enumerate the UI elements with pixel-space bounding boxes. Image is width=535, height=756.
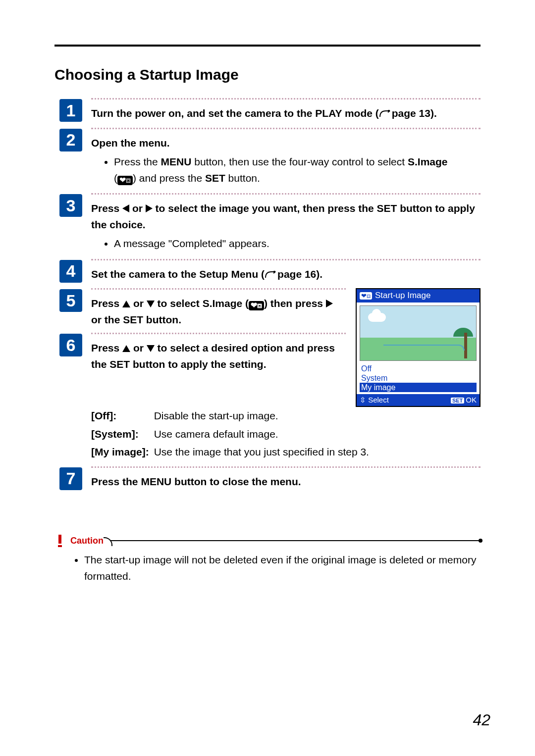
t: or	[133, 298, 147, 309]
caution-bullet: The start-up image will not be deleted e…	[84, 552, 481, 584]
caution-block: Caution The start-up image will not be d…	[54, 535, 481, 584]
step-number: 3	[59, 194, 82, 217]
step-6: 6 Press or to select a desired option an…	[59, 333, 346, 372]
step-body: Open the menu. Press the MENU button, th…	[91, 128, 481, 189]
def-key-myimage: [My image]:	[91, 443, 154, 461]
caution-text: The start-up image will not be deleted e…	[54, 552, 481, 584]
table-row: [System]: Use camera default image.	[91, 425, 374, 444]
cloud-icon	[368, 313, 386, 322]
step-body: Turn the power on, and set the camera to…	[91, 98, 481, 123]
t: page 16).	[277, 268, 322, 280]
t: ) then press	[264, 298, 326, 309]
step1-text-a: Turn the power on, and set the camera to…	[91, 107, 379, 119]
set-chip: SET	[451, 398, 464, 403]
step-3: 3 Press or to select the image you want,…	[59, 193, 481, 254]
heart-camera-icon: ❤︎︎⧈	[117, 176, 133, 185]
lcd-title-bar: ❤︎︎⧈ Start-up Image	[357, 289, 480, 302]
step-number: 7	[59, 467, 82, 490]
step-1: 1 Turn the power on, and set the camera …	[59, 98, 481, 123]
divider	[91, 466, 481, 468]
divider	[91, 193, 481, 195]
table-row: [My image]: Use the image that you just …	[91, 443, 374, 461]
step-body: Press or to select the image you want, t…	[91, 193, 481, 254]
content: Choosing a Startup Image 1 Turn the powe…	[35, 66, 500, 490]
steps-5-6-row: 5 Press or to select S.Image (❤︎︎⧈) then…	[59, 288, 481, 407]
table-row: [Off]: Disable the start-up image.	[91, 407, 374, 425]
up-arrow-icon	[122, 345, 130, 352]
step-body: Press or to select a desired option and …	[91, 333, 346, 372]
t: Press	[91, 342, 122, 353]
t: or	[132, 202, 146, 214]
step-number: 1	[59, 99, 82, 122]
step-number: 4	[59, 260, 82, 283]
divider	[91, 259, 481, 260]
lcd-select: ⇳ Select	[360, 396, 389, 404]
right-arrow-icon	[146, 204, 153, 212]
t: button.	[225, 172, 260, 184]
t: Press the	[114, 156, 161, 167]
lcd-option-myimage: My image	[360, 383, 477, 392]
t: ) and press the	[133, 172, 205, 184]
lcd-options: Off System My image	[357, 364, 480, 395]
step3-bullet: A message "Completed" appears.	[114, 236, 481, 252]
caution-header: Caution	[54, 535, 481, 547]
step-5: 5 Press or to select S.Image (❤︎︎⧈) then…	[59, 288, 346, 328]
t: or	[133, 342, 147, 353]
step-body: Set the camera to the Setup Menu (page 1…	[91, 259, 481, 284]
lcd-option-system: System	[360, 373, 477, 383]
caution-rule	[110, 540, 481, 541]
set-word: SET	[205, 172, 225, 184]
t: (	[114, 172, 117, 184]
def-val-system: Use camera default image.	[154, 425, 374, 444]
step5-line: Press or to select S.Image (❤︎︎⧈) then p…	[91, 296, 346, 328]
heart-icon: ❤︎︎⧈	[360, 292, 372, 300]
up-arrow-icon	[122, 301, 130, 307]
t: OK	[466, 396, 477, 404]
step-number: 2	[59, 129, 82, 151]
def-val-myimage: Use the image that you just specified in…	[154, 443, 374, 461]
divider	[91, 288, 346, 290]
step2-bullet: Press the MENU button, then use the four…	[114, 154, 481, 186]
heart-camera-icon: ❤︎︎⧈	[249, 301, 264, 310]
palm-leaves-icon	[453, 328, 473, 337]
lcd-screenshot: ❤︎︎⧈ Start-up Image Off System My image	[356, 288, 481, 407]
page-number: 42	[473, 711, 490, 729]
lcd-preview-image	[360, 305, 477, 361]
page: Choosing a Startup Image 1 Turn the powe…	[0, 0, 535, 756]
reference-icon	[265, 267, 277, 284]
divider	[91, 128, 481, 129]
top-rule	[54, 45, 481, 47]
step6-defs-body: [Off]: Disable the start-up image. [Syst…	[91, 404, 481, 461]
down-arrow-icon	[147, 301, 155, 307]
lcd-ok: SETOK	[451, 396, 477, 404]
wave-icon	[383, 345, 465, 351]
reference-icon	[379, 106, 392, 123]
step2-heading: Open the menu.	[91, 135, 481, 151]
divider	[91, 98, 481, 100]
step7-text: Press the MENU button to close the menu.	[91, 476, 301, 487]
updown-icon: ⇳	[360, 396, 366, 404]
t: Set the camera to the Setup Menu (	[91, 268, 265, 280]
def-key-off: [Off]:	[91, 407, 154, 425]
palm-trunk-icon	[464, 333, 467, 358]
divider	[91, 333, 346, 334]
step1-text-b: page 13).	[392, 107, 437, 119]
lcd-option-off: Off	[360, 364, 477, 373]
t: or the SET button.	[91, 314, 181, 325]
def-key-system: [System]:	[91, 425, 154, 444]
left-arrow-icon	[122, 204, 129, 212]
caution-icon	[54, 535, 65, 547]
t: Press	[91, 298, 122, 309]
step-2: 2 Open the menu. Press the MENU button, …	[59, 128, 481, 189]
step-body: Press the MENU button to close the menu.	[91, 466, 481, 490]
step3-line: Press or to select the image you want, t…	[91, 201, 481, 233]
t: button, then use the four-way control to…	[191, 156, 408, 167]
right-arrow-icon	[326, 300, 333, 307]
page-title: Choosing a Startup Image	[54, 66, 481, 83]
lcd-title: Start-up Image	[375, 291, 430, 301]
menu-word: MENU	[161, 156, 192, 167]
t: Press	[91, 202, 122, 214]
step6-line: Press or to select a desired option and …	[91, 340, 346, 372]
steps: 1 Turn the power on, and set the camera …	[59, 98, 481, 490]
step-number: 5	[59, 289, 82, 312]
